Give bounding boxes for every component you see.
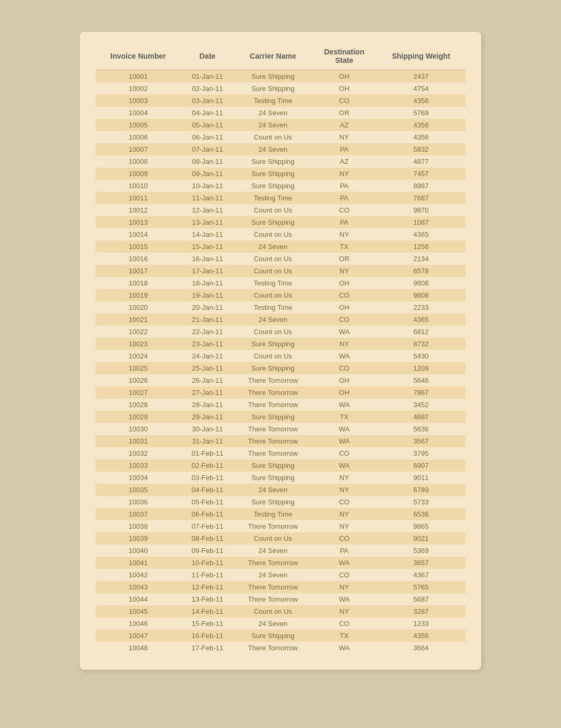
- table-cell: WA: [312, 423, 377, 435]
- table-cell: 15-Jan-11: [181, 241, 234, 253]
- table-cell: 22-Jan-11: [181, 326, 234, 338]
- table-cell: 6789: [377, 484, 465, 496]
- table-cell: 10011: [96, 192, 181, 204]
- table-cell: 8987: [377, 180, 465, 192]
- table-cell: There Tomorrow: [234, 435, 312, 447]
- table-cell: 10023: [96, 338, 181, 350]
- table-cell: 04-Feb-11: [181, 484, 234, 496]
- table-cell: 10012: [96, 204, 181, 216]
- table-cell: 6536: [377, 508, 465, 520]
- table-cell: 4365: [377, 228, 465, 241]
- table-row: 1001313-Jan-11Sure ShippingPA1087: [96, 216, 465, 228]
- table-cell: 10026: [96, 374, 181, 386]
- table-cell: 25-Jan-11: [181, 362, 234, 374]
- table-cell: 10032: [96, 447, 181, 459]
- table-cell: 10046: [96, 618, 181, 630]
- table-cell: 10001: [96, 70, 181, 83]
- table-cell: 24-Jan-11: [181, 350, 234, 362]
- table-cell: 10018: [96, 277, 181, 289]
- table-cell: 12-Feb-11: [181, 581, 234, 593]
- table-cell: 10035: [96, 484, 181, 496]
- table-cell: 24 Seven: [234, 484, 312, 496]
- table-cell: OR: [312, 107, 377, 119]
- table-cell: There Tomorrow: [234, 423, 312, 435]
- table-row: 1001919-Jan-11Count on UsCO9808: [96, 289, 465, 301]
- table-cell: WA: [312, 557, 377, 569]
- table-row: 1003504-Feb-1124 SevenNY6789: [96, 484, 465, 496]
- table-cell: 12-Jan-11: [181, 204, 234, 216]
- table-cell: 10040: [96, 545, 181, 557]
- table-cell: 05-Jan-11: [181, 119, 234, 131]
- table-cell: 16-Jan-11: [181, 253, 234, 265]
- table-cell: 24 Seven: [234, 618, 312, 630]
- table-cell: PA: [312, 216, 377, 228]
- table-row: 1003908-Feb-11Count on UsCO9021: [96, 532, 465, 545]
- table-row: 1002727-Jan-11There TomorrowOH7867: [96, 386, 465, 399]
- table-cell: 10034: [96, 472, 181, 484]
- table-cell: CO: [312, 314, 377, 326]
- table-row: 1001111-Jan-11Testing TimePA7687: [96, 192, 465, 204]
- table-cell: WA: [312, 459, 377, 472]
- table-cell: OH: [312, 386, 377, 399]
- table-cell: 26-Jan-11: [181, 374, 234, 386]
- table-cell: 01-Jan-11: [181, 70, 234, 83]
- table-cell: 6578: [377, 265, 465, 277]
- table-row: 1003706-Feb-11Testing TimeNY6536: [96, 508, 465, 520]
- table-cell: 24 Seven: [234, 314, 312, 326]
- table-cell: 10022: [96, 326, 181, 338]
- table-row: 1000808-Jan-11Sure ShippingAZ4877: [96, 155, 465, 168]
- table-cell: Sure Shipping: [234, 459, 312, 472]
- table-cell: Testing Time: [234, 192, 312, 204]
- table-cell: OH: [312, 374, 377, 386]
- table-row: 1002828-Jan-11There TomorrowWA3452: [96, 399, 465, 411]
- table-cell: 09-Jan-11: [181, 168, 234, 180]
- table-cell: Testing Time: [234, 508, 312, 520]
- table-cell: 10042: [96, 569, 181, 581]
- table-cell: 10028: [96, 399, 181, 411]
- table-cell: WA: [312, 399, 377, 411]
- table-cell: 01-Feb-11: [181, 447, 234, 459]
- table-cell: WA: [312, 350, 377, 362]
- table-cell: 9021: [377, 532, 465, 545]
- table-cell: Testing Time: [234, 277, 312, 289]
- table-cell: 24 Seven: [234, 569, 312, 581]
- table-row: 1002626-Jan-11There TomorrowOH5646: [96, 374, 465, 386]
- header-date: Date: [181, 42, 234, 70]
- table-cell: 24 Seven: [234, 107, 312, 119]
- table-cell: Count on Us: [234, 228, 312, 241]
- table-cell: 5646: [377, 374, 465, 386]
- table-row: 1000202-Jan-11Sure ShippingOH4754: [96, 82, 465, 95]
- table-body: 1000101-Jan-11Sure ShippingOH24371000202…: [96, 70, 465, 655]
- table-cell: CO: [312, 496, 377, 508]
- table-cell: 6812: [377, 326, 465, 338]
- table-cell: 15-Feb-11: [181, 618, 234, 630]
- header-destination-state: DestinationState: [312, 42, 377, 70]
- table-cell: 30-Jan-11: [181, 423, 234, 435]
- table-cell: 10036: [96, 496, 181, 508]
- table-header-row: Invoice Number Date Carrier Name Destina…: [96, 42, 465, 70]
- table-cell: PA: [312, 180, 377, 192]
- table-cell: Count on Us: [234, 350, 312, 362]
- table-cell: 3795: [377, 447, 465, 459]
- table-cell: 3657: [377, 557, 465, 569]
- table-row: 1003131-Jan-11There TomorrowWA3567: [96, 435, 465, 447]
- table-row: 1003605-Feb-11Sure ShippingCO5733: [96, 496, 465, 508]
- table-cell: 10003: [96, 95, 181, 107]
- table-cell: 02-Jan-11: [181, 82, 234, 95]
- table-row: 1004615-Feb-1124 SevenCO1233: [96, 618, 465, 630]
- header-carrier-name: Carrier Name: [234, 42, 312, 70]
- table-cell: 10029: [96, 411, 181, 423]
- header-invoice-number: Invoice Number: [96, 42, 181, 70]
- table-row: 1001010-Jan-11Sure ShippingPA8987: [96, 180, 465, 192]
- table-cell: 10038: [96, 520, 181, 532]
- table-cell: OH: [312, 82, 377, 95]
- table-cell: NY: [312, 228, 377, 241]
- table-cell: 4365: [377, 314, 465, 326]
- table-cell: 06-Feb-11: [181, 508, 234, 520]
- table-cell: 10041: [96, 557, 181, 569]
- table-cell: TX: [312, 630, 377, 642]
- table-cell: There Tomorrow: [234, 581, 312, 593]
- table-cell: NY: [312, 605, 377, 618]
- table-cell: 5769: [377, 107, 465, 119]
- table-row: 1000909-Jan-11Sure ShippingNY7457: [96, 168, 465, 180]
